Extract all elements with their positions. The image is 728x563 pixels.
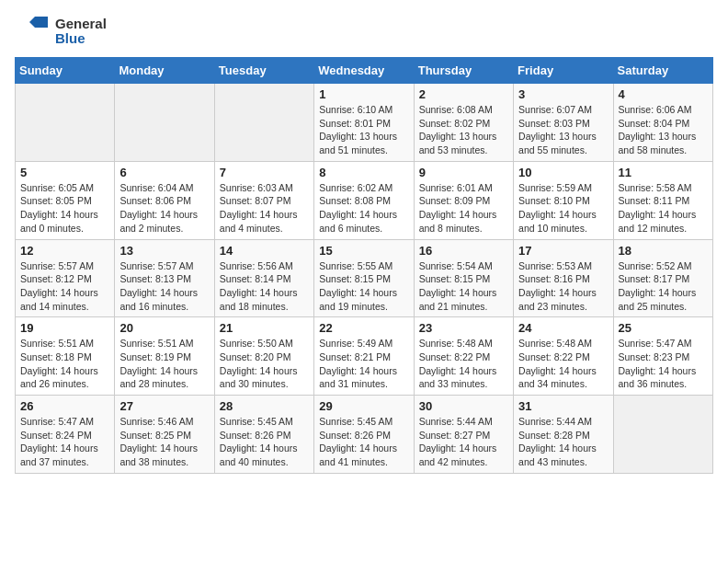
day-number: 22 [319, 321, 408, 335]
day-number: 25 [619, 321, 708, 335]
day-number: 20 [119, 321, 209, 335]
day-info: Sunrise: 5:57 AM Sunset: 8:12 PM Dayligh… [20, 259, 109, 314]
calendar-cell: 7Sunrise: 6:03 AM Sunset: 8:07 PM Daylig… [214, 161, 313, 239]
calendar-cell: 23Sunrise: 5:48 AM Sunset: 8:22 PM Dayli… [414, 317, 513, 396]
day-info: Sunrise: 5:55 AM Sunset: 8:15 PM Dayligh… [319, 259, 408, 314]
calendar-cell: 10Sunrise: 5:59 AM Sunset: 8:10 PM Dayli… [514, 161, 613, 239]
day-number: 18 [619, 244, 708, 258]
day-info: Sunrise: 5:46 AM Sunset: 8:25 PM Dayligh… [119, 415, 209, 469]
day-info: Sunrise: 6:01 AM Sunset: 8:09 PM Dayligh… [419, 181, 508, 236]
calendar-week-row: 12Sunrise: 5:57 AM Sunset: 8:12 PM Dayli… [16, 239, 713, 317]
day-number: 24 [518, 321, 608, 335]
day-info: Sunrise: 5:48 AM Sunset: 8:22 PM Dayligh… [419, 337, 508, 391]
day-number: 5 [20, 166, 109, 179]
logo-blue-text: Blue [55, 31, 107, 47]
day-info: Sunrise: 5:49 AM Sunset: 8:21 PM Dayligh… [319, 337, 408, 391]
calendar-cell: 4Sunrise: 6:06 AM Sunset: 8:04 PM Daylig… [613, 84, 712, 162]
day-number: 30 [419, 399, 508, 413]
logo-general-text: General [55, 17, 107, 32]
day-info: Sunrise: 6:08 AM Sunset: 8:02 PM Dayligh… [419, 103, 508, 157]
day-info: Sunrise: 5:50 AM Sunset: 8:20 PM Dayligh… [220, 337, 309, 391]
calendar-cell [16, 84, 115, 162]
day-number: 31 [518, 399, 608, 413]
day-number: 14 [220, 244, 309, 258]
calendar-cell [115, 84, 214, 162]
header: GeneralBlue [15, 15, 713, 48]
day-number: 17 [518, 244, 608, 258]
day-number: 16 [419, 244, 508, 258]
calendar-cell: 27Sunrise: 5:46 AM Sunset: 8:25 PM Dayli… [115, 396, 214, 474]
calendar-week-row: 19Sunrise: 5:51 AM Sunset: 8:18 PM Dayli… [16, 317, 713, 396]
day-info: Sunrise: 5:53 AM Sunset: 8:16 PM Dayligh… [518, 259, 608, 314]
calendar-cell: 15Sunrise: 5:55 AM Sunset: 8:15 PM Dayli… [314, 239, 414, 317]
day-number: 27 [119, 399, 209, 413]
calendar-cell: 5Sunrise: 6:05 AM Sunset: 8:05 PM Daylig… [16, 161, 115, 239]
day-number: 4 [619, 87, 708, 101]
calendar-cell: 6Sunrise: 6:04 AM Sunset: 8:06 PM Daylig… [115, 161, 214, 239]
day-number: 1 [319, 87, 408, 101]
calendar-cell: 16Sunrise: 5:54 AM Sunset: 8:15 PM Dayli… [414, 239, 513, 317]
day-number: 21 [220, 321, 309, 335]
day-of-week-header: Thursday [414, 58, 513, 84]
calendar-cell: 1Sunrise: 6:10 AM Sunset: 8:01 PM Daylig… [314, 84, 414, 162]
calendar-cell [613, 396, 712, 474]
day-number: 13 [119, 244, 209, 258]
calendar-cell: 31Sunrise: 5:44 AM Sunset: 8:28 PM Dayli… [514, 396, 613, 474]
day-info: Sunrise: 5:47 AM Sunset: 8:24 PM Dayligh… [20, 415, 109, 469]
day-number: 2 [419, 87, 508, 101]
day-of-week-header: Friday [514, 58, 613, 84]
calendar-cell: 9Sunrise: 6:01 AM Sunset: 8:09 PM Daylig… [414, 161, 513, 239]
day-number: 6 [119, 166, 209, 179]
svg-marker-0 [29, 17, 48, 28]
calendar-cell: 19Sunrise: 5:51 AM Sunset: 8:18 PM Dayli… [16, 317, 115, 396]
day-info: Sunrise: 5:52 AM Sunset: 8:17 PM Dayligh… [619, 259, 708, 314]
day-info: Sunrise: 5:45 AM Sunset: 8:26 PM Dayligh… [220, 415, 309, 469]
day-of-week-header: Saturday [613, 58, 712, 84]
day-info: Sunrise: 6:04 AM Sunset: 8:06 PM Dayligh… [119, 181, 209, 236]
day-info: Sunrise: 5:44 AM Sunset: 8:27 PM Dayligh… [419, 415, 508, 469]
calendar-cell: 11Sunrise: 5:58 AM Sunset: 8:11 PM Dayli… [613, 161, 712, 239]
day-info: Sunrise: 5:51 AM Sunset: 8:19 PM Dayligh… [119, 337, 209, 391]
calendar-cell: 17Sunrise: 5:53 AM Sunset: 8:16 PM Dayli… [514, 239, 613, 317]
calendar-cell: 25Sunrise: 5:47 AM Sunset: 8:23 PM Dayli… [613, 317, 712, 396]
logo-svg [15, 15, 51, 48]
day-info: Sunrise: 5:57 AM Sunset: 8:13 PM Dayligh… [119, 259, 209, 314]
calendar-header-row: SundayMondayTuesdayWednesdayThursdayFrid… [16, 58, 713, 84]
calendar-cell: 26Sunrise: 5:47 AM Sunset: 8:24 PM Dayli… [16, 396, 115, 474]
day-info: Sunrise: 6:03 AM Sunset: 8:07 PM Dayligh… [220, 181, 309, 236]
calendar-cell [214, 84, 313, 162]
day-number: 29 [319, 399, 408, 413]
calendar-cell: 8Sunrise: 6:02 AM Sunset: 8:08 PM Daylig… [314, 161, 414, 239]
calendar-cell: 24Sunrise: 5:48 AM Sunset: 8:22 PM Dayli… [514, 317, 613, 396]
calendar-cell: 2Sunrise: 6:08 AM Sunset: 8:02 PM Daylig… [414, 84, 513, 162]
day-info: Sunrise: 5:45 AM Sunset: 8:26 PM Dayligh… [319, 415, 408, 469]
calendar-cell: 18Sunrise: 5:52 AM Sunset: 8:17 PM Dayli… [613, 239, 712, 317]
calendar-cell: 30Sunrise: 5:44 AM Sunset: 8:27 PM Dayli… [414, 396, 513, 474]
calendar-cell: 29Sunrise: 5:45 AM Sunset: 8:26 PM Dayli… [314, 396, 414, 474]
day-number: 12 [20, 244, 109, 258]
day-info: Sunrise: 5:44 AM Sunset: 8:28 PM Dayligh… [518, 415, 608, 469]
day-number: 23 [419, 321, 508, 335]
day-number: 28 [220, 399, 309, 413]
day-of-week-header: Wednesday [314, 58, 414, 84]
calendar-cell: 28Sunrise: 5:45 AM Sunset: 8:26 PM Dayli… [214, 396, 313, 474]
day-info: Sunrise: 6:06 AM Sunset: 8:04 PM Dayligh… [619, 103, 708, 157]
day-number: 19 [20, 321, 109, 335]
day-info: Sunrise: 6:07 AM Sunset: 8:03 PM Dayligh… [518, 103, 608, 157]
day-number: 9 [419, 166, 508, 179]
logo: GeneralBlue [15, 15, 107, 48]
day-info: Sunrise: 6:10 AM Sunset: 8:01 PM Dayligh… [319, 103, 408, 157]
calendar-cell: 20Sunrise: 5:51 AM Sunset: 8:19 PM Dayli… [115, 317, 214, 396]
day-info: Sunrise: 5:59 AM Sunset: 8:10 PM Dayligh… [518, 181, 608, 236]
calendar: SundayMondayTuesdayWednesdayThursdayFrid… [15, 57, 713, 474]
calendar-cell: 14Sunrise: 5:56 AM Sunset: 8:14 PM Dayli… [214, 239, 313, 317]
day-of-week-header: Monday [115, 58, 214, 84]
calendar-cell: 3Sunrise: 6:07 AM Sunset: 8:03 PM Daylig… [514, 84, 613, 162]
day-info: Sunrise: 5:56 AM Sunset: 8:14 PM Dayligh… [220, 259, 309, 314]
day-of-week-header: Tuesday [214, 58, 313, 84]
day-number: 8 [319, 166, 408, 179]
day-info: Sunrise: 5:47 AM Sunset: 8:23 PM Dayligh… [619, 337, 708, 391]
calendar-week-row: 5Sunrise: 6:05 AM Sunset: 8:05 PM Daylig… [16, 161, 713, 239]
day-of-week-header: Sunday [16, 58, 115, 84]
calendar-cell: 22Sunrise: 5:49 AM Sunset: 8:21 PM Dayli… [314, 317, 414, 396]
